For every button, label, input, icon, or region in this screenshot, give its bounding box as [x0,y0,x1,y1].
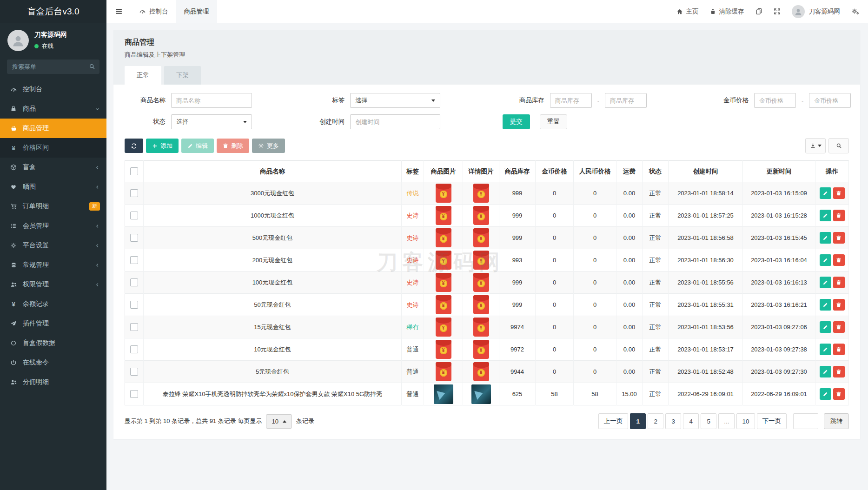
red-packet-image[interactable] [473,184,489,203]
more-button[interactable]: 更多 [252,139,285,153]
red-packet-image[interactable] [473,362,489,381]
avatar[interactable] [7,30,29,51]
row-checkbox[interactable] [130,368,138,376]
submit-button[interactable]: 提交 [503,114,530,129]
status-filter-select[interactable]: 选择 [171,114,252,129]
page-button-1[interactable]: 1 [630,413,646,429]
tag-filter-select[interactable]: 选择 [350,93,440,108]
row-checkbox[interactable] [130,301,138,309]
row-edit-button[interactable] [820,210,831,221]
sidebar-item-price-range[interactable]: ¥价格区间 [0,138,106,158]
name-filter-input[interactable] [171,93,252,108]
row-checkbox[interactable] [130,345,138,353]
page-button-5[interactable]: 5 [701,413,716,429]
sidebar-item-balance-log[interactable]: ¥余额记录 [0,294,106,314]
jump-button[interactable]: 跳转 [824,413,849,429]
row-checkbox[interactable] [130,256,138,264]
page-button-2[interactable]: 2 [648,413,663,429]
row-edit-button[interactable] [820,254,831,266]
sidebar-item-order-detail[interactable]: 订单明细新 [0,197,106,216]
row-edit-button[interactable] [820,299,831,311]
cogs-icon[interactable] [851,8,860,15]
page-size-select[interactable]: 10 [266,414,292,429]
tab-normal[interactable]: 正常 [125,66,161,85]
sidebar-item-photos[interactable]: 晒图 [0,177,106,197]
add-button[interactable]: 添加 [146,139,179,153]
nav-tab-goods-manage[interactable]: 商品管理 [176,0,217,23]
menu-search-input[interactable] [7,60,99,74]
tab-offline[interactable]: 下架 [164,66,201,85]
nav-tab-console[interactable]: 控制台 [131,0,176,23]
row-checkbox[interactable] [130,212,138,219]
select-all-checkbox[interactable] [130,167,138,175]
red-packet-image[interactable] [473,228,489,247]
row-delete-button[interactable] [833,232,845,244]
fullscreen-icon[interactable] [774,8,781,15]
search-toggle-button[interactable] [828,138,849,153]
page-button-4[interactable]: 4 [683,413,699,429]
row-edit-button[interactable] [820,344,831,355]
hamburger-menu-icon[interactable] [106,0,131,23]
search-icon[interactable] [89,63,95,70]
row-delete-button[interactable] [833,187,845,199]
sidebar-item-goods-manage[interactable]: 商品管理 [0,119,106,138]
gold-max-input[interactable] [809,93,851,108]
stock-min-input[interactable] [550,93,592,108]
red-packet-image[interactable] [436,295,451,314]
red-packet-image[interactable] [473,273,489,292]
row-edit-button[interactable] [820,277,831,288]
red-packet-image[interactable] [436,206,451,225]
phone-case-image[interactable] [471,384,491,404]
red-packet-image[interactable] [436,228,451,247]
red-packet-image[interactable] [436,362,451,381]
sidebar-item-members[interactable]: 会员管理 [0,216,106,236]
red-packet-image[interactable] [436,273,451,292]
sidebar-item-blindbox[interactable]: 盲盒 [0,158,106,177]
row-delete-button[interactable] [833,321,845,333]
row-edit-button[interactable] [820,187,831,199]
row-delete-button[interactable] [833,254,845,266]
red-packet-image[interactable] [473,295,489,314]
sidebar-item-platform-setting[interactable]: 平台设置 [0,236,106,255]
next-page-button[interactable]: 下一页 [757,413,787,429]
export-button[interactable] [805,138,826,153]
edit-button[interactable]: 编辑 [181,139,214,153]
sidebar-item-online-command[interactable]: 在线命令 [0,353,106,372]
sidebar-item-console[interactable]: 控制台 [0,79,106,99]
row-checkbox[interactable] [130,234,138,242]
row-delete-button[interactable] [833,344,845,355]
refresh-button[interactable] [125,139,143,153]
sidebar-item-goods[interactable]: 商品 [0,99,106,119]
red-packet-image[interactable] [473,206,489,225]
red-packet-image[interactable] [473,340,489,359]
delete-button[interactable]: 删除 [217,139,249,153]
row-checkbox[interactable] [130,189,138,197]
red-packet-image[interactable] [436,318,451,337]
row-checkbox[interactable] [130,390,138,398]
row-edit-button[interactable] [820,366,831,377]
gold-min-input[interactable] [754,93,796,108]
row-edit-button[interactable] [820,232,831,244]
reset-button[interactable]: 重置 [540,114,567,129]
sidebar-item-plugins[interactable]: 插件管理 [0,314,106,333]
sidebar-item-fake-data[interactable]: 盲盒假数据 [0,333,106,353]
page-button-3[interactable]: 3 [665,413,681,429]
row-checkbox[interactable] [130,278,138,286]
home-link[interactable]: 主页 [676,7,699,16]
page-button-10[interactable]: 10 [736,413,755,429]
sidebar-item-commission[interactable]: 分佣明细 [0,372,106,392]
row-delete-button[interactable] [833,366,845,377]
red-packet-image[interactable] [436,184,451,203]
row-delete-button[interactable] [833,299,845,311]
red-packet-image[interactable] [473,251,489,270]
created-filter-input[interactable] [350,114,440,129]
row-edit-button[interactable] [820,388,831,400]
red-packet-image[interactable] [473,318,489,337]
row-delete-button[interactable] [833,277,845,288]
stock-max-input[interactable] [605,93,647,108]
sidebar-item-general-manage[interactable]: 常规管理 [0,255,106,275]
sidebar-item-permissions[interactable]: 权限管理 [0,275,106,294]
phone-case-image[interactable] [434,384,453,404]
red-packet-image[interactable] [436,340,451,359]
user-menu[interactable]: 刀客源码网 [792,5,841,18]
